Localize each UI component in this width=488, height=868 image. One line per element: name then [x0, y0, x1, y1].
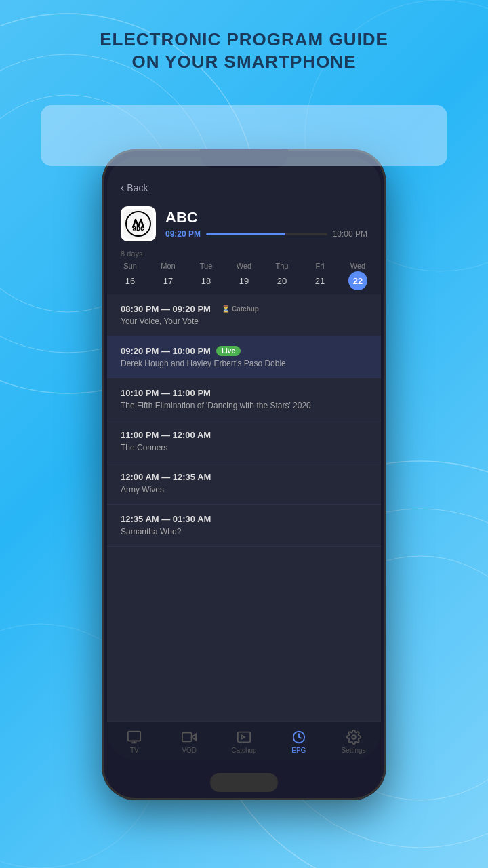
- back-button[interactable]: ‹ Back: [121, 182, 367, 194]
- volume-left-button: [102, 285, 102, 319]
- day-num-sun: 16: [121, 271, 140, 290]
- channel-logo: abc: [121, 206, 156, 241]
- time-text-2: 09:20 PM — 10:00 PM: [121, 346, 211, 356]
- time-text-4: 11:00 PM — 12:00 AM: [121, 430, 211, 440]
- catchup-icon: [237, 730, 251, 745]
- day-wed-22[interactable]: Wed 22: [348, 262, 367, 290]
- nav-tv[interactable]: TV: [107, 727, 162, 757]
- nav-tv-label: TV: [130, 747, 139, 754]
- schedule-time-5: 12:00 AM — 12:35 AM: [121, 472, 367, 482]
- phone-screen: ‹ Back abc ABC: [107, 157, 381, 760]
- schedule-time-3: 10:10 PM — 11:00 PM: [121, 388, 367, 398]
- day-num-wed22: 22: [348, 271, 367, 290]
- back-chevron-icon: ‹: [121, 182, 124, 194]
- progress-bar: [206, 233, 327, 235]
- day-name-wed22: Wed: [350, 262, 365, 270]
- day-num-wed19: 19: [235, 271, 253, 290]
- vod-icon: [182, 730, 197, 745]
- back-label: Back: [127, 182, 148, 193]
- day-name-wed19: Wed: [237, 262, 251, 270]
- nav-vod[interactable]: VOD: [162, 727, 217, 757]
- day-name-sun: Sun: [123, 262, 137, 270]
- nav-epg[interactable]: EPG: [271, 727, 326, 757]
- schedule-time-4: 11:00 PM — 12:00 AM: [121, 430, 367, 440]
- day-num-fri: 21: [310, 271, 329, 290]
- channel-info: ABC 09:20 PM 10:00 PM: [165, 209, 367, 239]
- schedule-time-6: 12:35 AM — 01:30 AM: [121, 514, 367, 524]
- nav-epg-label: EPG: [291, 747, 306, 754]
- day-thu[interactable]: Thu 20: [272, 262, 291, 290]
- day-name-thu: Thu: [276, 262, 289, 270]
- nav-settings[interactable]: Settings: [326, 727, 381, 757]
- day-sun[interactable]: Sun 16: [121, 262, 140, 290]
- schedule-title-4: The Conners: [121, 443, 367, 452]
- time-text-5: 12:00 AM — 12:35 AM: [121, 472, 211, 482]
- time-text-6: 12:35 AM — 01:30 AM: [121, 514, 211, 524]
- schedule-time-1: 08:30 PM — 09:20 PM ⏳ Catchup: [121, 304, 367, 314]
- schedule-time-2: 09:20 PM — 10:00 PM Live: [121, 346, 367, 356]
- svg-rect-8: [123, 209, 153, 239]
- settings-icon: [346, 730, 361, 745]
- progress-fill: [206, 233, 285, 235]
- tv-icon: [127, 730, 142, 745]
- time-text-1: 08:30 PM — 09:20 PM: [121, 304, 211, 314]
- schedule-item-6[interactable]: 12:35 AM — 01:30 AM Samantha Who?: [107, 505, 381, 547]
- clock-icon: ⏳: [222, 305, 230, 313]
- badge-catchup-1: ⏳ Catchup: [216, 304, 264, 314]
- schedule-item-3[interactable]: 10:10 PM — 11:00 PM The Fifth Eliminatio…: [107, 378, 381, 420]
- phone-frame: ‹ Back abc ABC: [102, 149, 386, 800]
- time-start: 09:20 PM: [165, 229, 201, 239]
- day-name-tue: Tue: [200, 262, 213, 270]
- home-button[interactable]: [210, 773, 278, 792]
- day-wed-19[interactable]: Wed 19: [235, 262, 253, 290]
- channel-header: abc ABC 09:20 PM 10:00 PM: [107, 199, 381, 245]
- day-tue[interactable]: Tue 18: [197, 262, 216, 290]
- schedule-title-5: Army Wives: [121, 485, 367, 494]
- time-progress-bar: 09:20 PM 10:00 PM: [165, 229, 367, 239]
- svg-text:abc: abc: [132, 224, 144, 232]
- app-container: ‹ Back abc ABC: [107, 157, 381, 760]
- bottom-nav: TV VOD Catchup: [107, 721, 381, 760]
- nav-vod-label: VOD: [182, 747, 197, 754]
- page-title-line1: ELECTRONIC PROGRAM GUIDE: [41, 27, 447, 52]
- svg-rect-13: [182, 733, 192, 742]
- svg-marker-12: [192, 734, 196, 740]
- page-title-line2: ON YOUR SMARTPHONE: [41, 52, 447, 73]
- time-text-3: 10:10 PM — 11:00 PM: [121, 388, 211, 398]
- day-num-thu: 20: [272, 271, 291, 290]
- schedule-item-2[interactable]: 09:20 PM — 10:00 PM Live Derek Hough and…: [107, 336, 381, 378]
- days-section: 8 days Sun 16 Mon 17 Tue 18: [107, 245, 381, 294]
- time-end: 10:00 PM: [333, 229, 367, 239]
- schedule-item-5[interactable]: 12:00 AM — 12:35 AM Army Wives: [107, 462, 381, 505]
- volume-button: [386, 332, 386, 380]
- svg-point-16: [352, 735, 356, 739]
- schedule-item-4[interactable]: 11:00 PM — 12:00 AM The Conners: [107, 420, 381, 462]
- day-mon[interactable]: Mon 17: [159, 262, 178, 290]
- days-row: Sun 16 Mon 17 Tue 18 Wed: [121, 262, 367, 290]
- schedule-title-2: Derek Hough and Hayley Erbert's Paso Dob…: [121, 359, 367, 368]
- day-num-tue: 18: [197, 271, 216, 290]
- nav-catchup[interactable]: Catchup: [217, 727, 272, 757]
- schedule-list: 08:30 PM — 09:20 PM ⏳ Catchup Your Voice…: [107, 294, 381, 721]
- nav-catchup-label: Catchup: [231, 747, 256, 754]
- schedule-item-1[interactable]: 08:30 PM — 09:20 PM ⏳ Catchup Your Voice…: [107, 294, 381, 336]
- power-button: [386, 271, 386, 319]
- schedule-title-6: Samantha Who?: [121, 527, 367, 536]
- days-label: 8 days: [121, 250, 367, 258]
- svg-rect-11: [128, 732, 140, 741]
- day-name-mon: Mon: [161, 262, 175, 270]
- schedule-title-3: The Fifth Elimination of 'Dancing with t…: [121, 401, 367, 410]
- day-fri[interactable]: Fri 21: [310, 262, 329, 290]
- day-name-fri: Fri: [316, 262, 325, 270]
- nav-settings-label: Settings: [342, 747, 366, 754]
- epg-icon: [291, 730, 306, 745]
- schedule-title-1: Your Voice, Your Vote: [121, 317, 367, 326]
- badge-live-2: Live: [216, 346, 241, 356]
- channel-name: ABC: [165, 209, 367, 226]
- day-num-mon: 17: [159, 271, 178, 290]
